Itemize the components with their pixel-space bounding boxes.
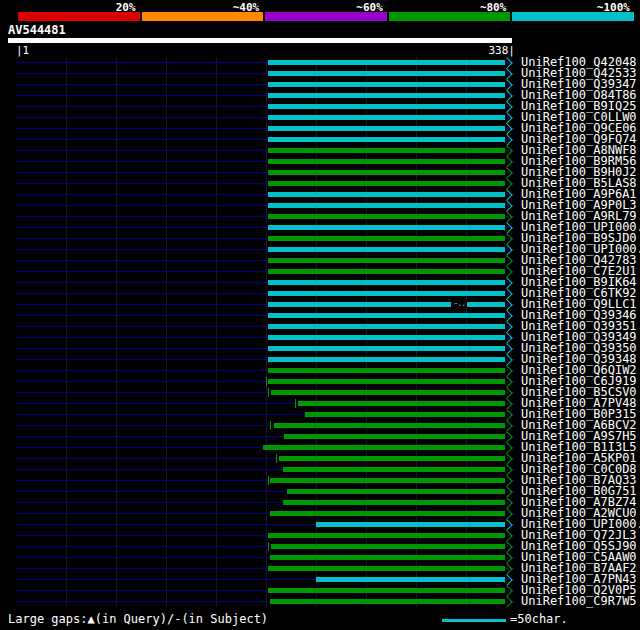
alignment-bar[interactable]: [268, 346, 505, 351]
alignment-bar[interactable]: [268, 137, 505, 142]
query-gap-tick: [268, 542, 269, 551]
key-segment: ~80%: [389, 12, 511, 21]
alignment-bar[interactable]: [268, 357, 505, 362]
alignment-bar[interactable]: [268, 566, 505, 571]
alignment-bar[interactable]: [268, 214, 505, 219]
alignment-bar[interactable]: [316, 577, 505, 582]
blast-graphic-overview: 20%~40%~60%~80%~100% AV544481 |1 338| Un…: [0, 0, 640, 630]
alignment-bar[interactable]: [268, 115, 505, 120]
alignment-bar[interactable]: [268, 82, 505, 87]
alignment-bar[interactable]: [268, 60, 505, 65]
alignment-bar[interactable]: [270, 599, 505, 604]
alignment-bar[interactable]: [268, 181, 505, 186]
alignment-bar[interactable]: [287, 489, 505, 494]
key-label: ~100%: [597, 1, 630, 14]
alignment-bar[interactable]: [268, 258, 505, 263]
alignment-bar[interactable]: [268, 533, 505, 538]
alignment-bar[interactable]: [268, 236, 505, 241]
subject-gap-marker: -..: [451, 301, 467, 308]
query-name: AV544481: [8, 23, 66, 37]
hit-label[interactable]: UniRef100_C9R7W5: [521, 596, 637, 607]
alignment-bar[interactable]: [268, 291, 505, 296]
key-segment: 20%: [18, 12, 140, 21]
alignment-bar[interactable]: [316, 522, 505, 527]
alignment-bar[interactable]: [268, 247, 505, 252]
alignment-bar[interactable]: [268, 225, 505, 230]
key-label: ~60%: [356, 1, 383, 14]
alignment-bar[interactable]: [268, 104, 505, 109]
alignment-bar[interactable]: [270, 511, 505, 516]
alignment-bar[interactable]: [268, 71, 505, 76]
key-segment: ~100%: [512, 12, 634, 21]
query-gap-tick: [295, 399, 296, 408]
alignment-bar[interactable]: [268, 93, 505, 98]
large-gaps-legend: Large gaps:▲(in Query)/-(in Subject): [8, 612, 268, 626]
alignment-bar[interactable]: [268, 148, 505, 153]
alignment-bar[interactable]: [268, 126, 505, 131]
query-gap-tick: [266, 377, 267, 386]
alignment-bar[interactable]: [271, 544, 505, 549]
alignment-plot: UniRef100_Q42048UniRef100_Q42533UniRef10…: [0, 57, 640, 607]
alignment-bar[interactable]: [270, 555, 505, 560]
scale-line: [442, 619, 506, 622]
alignment-bar[interactable]: [284, 434, 505, 439]
identity-key: 20%~40%~60%~80%~100%: [18, 12, 634, 21]
alignment-bar[interactable]: [268, 159, 505, 164]
scale-label: =50char.: [510, 612, 568, 626]
alignment-bar[interactable]: [268, 379, 505, 384]
alignment-row[interactable]: UniRef100_C9R7W5: [0, 596, 640, 607]
alignment-bar[interactable]: [298, 401, 505, 406]
key-label: 20%: [116, 1, 136, 14]
axis-end-label: 338|: [489, 44, 516, 57]
alignment-bar[interactable]: [268, 368, 505, 373]
key-label: ~40%: [233, 1, 260, 14]
alignment-bar[interactable]: [305, 412, 505, 417]
alignment-bar[interactable]: [283, 467, 505, 472]
query-gap-tick: [276, 454, 277, 463]
alignment-bar[interactable]: [268, 203, 505, 208]
query-bar: [8, 38, 512, 43]
alignment-bar[interactable]: [268, 170, 505, 175]
axis-start-label: |1: [16, 44, 29, 57]
alignment-bar[interactable]: [271, 390, 505, 395]
alignment-bar[interactable]: [268, 269, 505, 274]
alignment-bar[interactable]: [283, 500, 505, 505]
query-gap-tick: [270, 421, 271, 430]
alignment-bar[interactable]: [268, 588, 505, 593]
alignment-bar[interactable]: [263, 445, 505, 450]
alignment-bar[interactable]: [268, 192, 505, 197]
coordinate-axis: |1 338|: [16, 44, 515, 57]
key-label: ~80%: [480, 1, 507, 14]
alignment-bar[interactable]: [268, 335, 505, 340]
alignment-bar[interactable]: [268, 324, 505, 329]
alignment-bar[interactable]: [270, 478, 505, 483]
alignment-bar[interactable]: [279, 456, 505, 461]
alignment-bar[interactable]: [268, 313, 505, 318]
alignment-bar[interactable]: [274, 423, 505, 428]
key-segment: ~40%: [142, 12, 264, 21]
alignment-bar[interactable]: [268, 302, 505, 307]
alignment-bar[interactable]: [268, 280, 505, 285]
query-gap-tick: [268, 388, 269, 397]
key-segment: ~60%: [265, 12, 387, 21]
